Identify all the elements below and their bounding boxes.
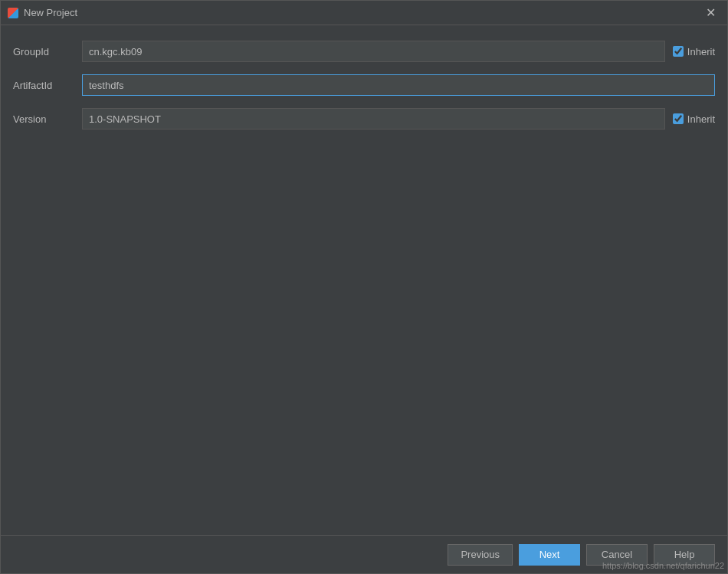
version-label: Version	[13, 113, 82, 125]
group-id-inherit-label: Inherit	[687, 46, 715, 57]
previous-button[interactable]: Previous	[448, 544, 513, 566]
window-icon	[7, 7, 19, 19]
group-id-label: GroupId	[13, 46, 82, 57]
group-id-inherit-container: Inherit	[673, 46, 715, 57]
footer: Previous Next Cancel Help https://blog.c…	[1, 535, 727, 573]
window-title: New Project	[24, 7, 700, 18]
close-button[interactable]: ✕	[700, 2, 721, 24]
artifact-id-input[interactable]	[82, 74, 715, 96]
form-content: GroupId Inherit ArtifactId Version Inher…	[1, 25, 727, 535]
watermark-text: https://blog.csdn.net/qfarichun22	[602, 561, 727, 570]
version-input[interactable]	[82, 108, 665, 130]
group-id-inherit-checkbox[interactable]	[673, 46, 684, 57]
version-inherit-checkbox[interactable]	[673, 113, 684, 124]
version-inherit-label: Inherit	[687, 113, 715, 125]
artifact-id-row: ArtifactId	[13, 74, 715, 96]
artifact-id-label: ArtifactId	[13, 80, 82, 91]
new-project-window: New Project ✕ GroupId Inherit ArtifactId…	[0, 0, 728, 574]
version-row: Version Inherit	[13, 108, 715, 130]
group-id-input[interactable]	[82, 41, 665, 62]
version-inherit-container: Inherit	[673, 113, 715, 125]
group-id-row: GroupId Inherit	[13, 41, 715, 62]
title-bar: New Project ✕	[1, 1, 727, 25]
next-button[interactable]: Next	[519, 544, 580, 566]
